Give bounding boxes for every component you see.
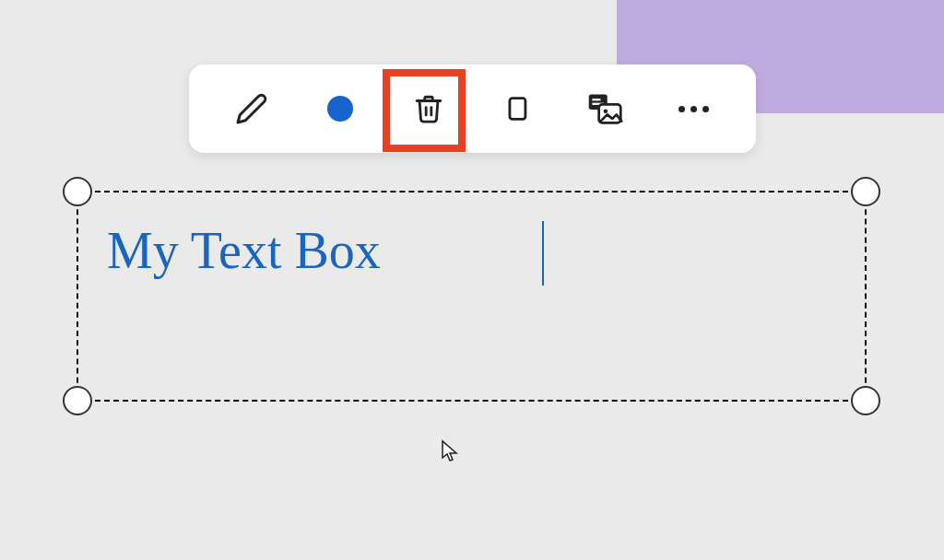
more-options-button[interactable] <box>656 72 730 146</box>
more-icon <box>678 106 709 112</box>
delete-button[interactable] <box>392 72 466 146</box>
svg-rect-0 <box>510 99 525 120</box>
svg-rect-2 <box>593 99 601 100</box>
svg-point-5 <box>604 109 608 113</box>
pencil-icon <box>235 92 268 125</box>
edit-button[interactable] <box>215 72 289 146</box>
textbox-content[interactable]: My Text Box <box>107 221 381 280</box>
resize-handle-top-right[interactable] <box>851 177 880 206</box>
note-image-icon <box>586 91 623 126</box>
context-toolbar <box>189 64 756 153</box>
convert-to-note-button[interactable] <box>568 72 642 146</box>
copy-button[interactable] <box>479 72 553 146</box>
resize-handle-top-left[interactable] <box>63 177 92 206</box>
text-caret <box>542 221 544 286</box>
text-box-selection[interactable]: My Text Box <box>63 177 880 415</box>
mouse-cursor-icon <box>441 439 459 467</box>
resize-handle-bottom-left[interactable] <box>63 386 92 415</box>
resize-handle-bottom-right[interactable] <box>851 386 880 415</box>
trash-icon <box>413 93 444 124</box>
copy-icon <box>501 93 532 124</box>
color-circle-icon <box>327 96 353 122</box>
color-button[interactable] <box>303 72 377 146</box>
